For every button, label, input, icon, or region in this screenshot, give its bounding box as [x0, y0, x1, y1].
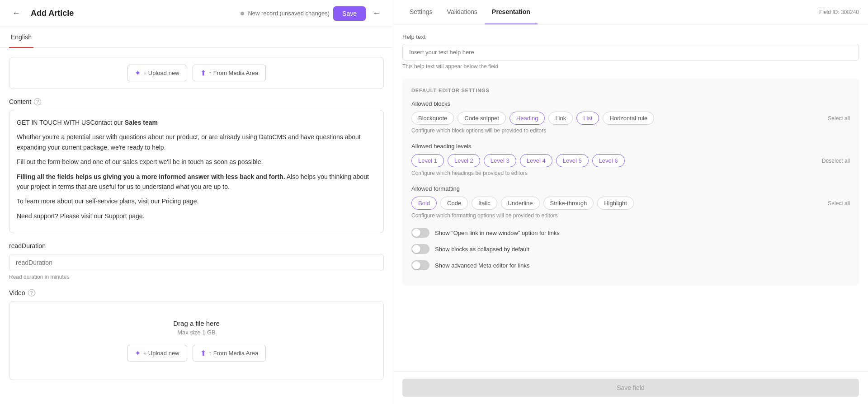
arrow-button[interactable]: ← [369, 6, 384, 21]
from-media-button-top[interactable]: ⬆ ↑ From Media Area [193, 65, 266, 81]
save-field-button[interactable]: Save field [402, 379, 859, 397]
chip-level6[interactable]: Level 6 [592, 154, 625, 167]
tab-validations[interactable]: Validations [440, 0, 485, 24]
video-upload-icon: ✦ [135, 349, 141, 357]
toggle-open-link-label: Show "Open link in new window" option fo… [435, 230, 560, 236]
settings-title: DEFAULT EDITOR SETTINGS [411, 88, 850, 93]
upload-new-label-top: + Upload new [143, 70, 179, 76]
drag-subtitle: Max size 1 GB [17, 329, 376, 336]
upload-section: ✦ + Upload new ⬆ ↑ From Media Area [9, 57, 384, 89]
allowed-formatting-chips: Bold Code Italic Underline Strike-throug… [411, 197, 850, 210]
content-help-icon[interactable]: ? [34, 98, 41, 105]
allowed-blocks-group: Allowed blocks Blockquote Code snippet H… [411, 100, 850, 134]
video-upload-area: Drag a file here Max size 1 GB ✦ + Uploa… [9, 301, 384, 380]
content-area: ✦ + Upload new ⬆ ↑ From Media Area Conte… [0, 48, 393, 404]
left-panel: ← Add Article New record (unsaved change… [0, 0, 393, 404]
video-media-icon: ⬆ [200, 349, 206, 357]
chip-level2[interactable]: Level 2 [448, 154, 480, 167]
help-text-label: Help text [402, 33, 859, 40]
chip-list[interactable]: List [576, 112, 599, 125]
page-title: Add Article [31, 9, 74, 18]
toggle-open-link: Show "Open link in new window" option fo… [411, 228, 850, 238]
status-text: New record (unsaved changes) [248, 10, 330, 17]
save-button[interactable]: Save [333, 6, 366, 21]
pricing-link[interactable]: Pricing page [162, 197, 197, 205]
chip-heading[interactable]: Heading [509, 112, 545, 125]
content-para3: Filling all the fields helps us giving y… [17, 172, 376, 192]
allowed-formatting-hint: Configure which formatting options will … [411, 212, 850, 219]
video-label: Video ? [9, 289, 384, 296]
video-from-media-label: ↑ From Media Area [209, 350, 259, 357]
chip-highlight[interactable]: Highlight [597, 197, 634, 210]
select-all-formatting[interactable]: Select all [828, 200, 850, 207]
toggle-blocks-collapsed-switch[interactable] [411, 244, 429, 254]
read-duration-input[interactable] [9, 254, 384, 271]
video-help-icon[interactable]: ? [28, 289, 35, 296]
help-text-section: Help text This help text will appear bel… [402, 33, 859, 70]
allowed-blocks-label: Allowed blocks [411, 100, 850, 107]
toggle-advanced-meta-label: Show advanced Meta editor for links [435, 262, 530, 269]
upload-new-button-top[interactable]: ✦ + Upload new [127, 65, 187, 81]
allowed-blocks-hint: Configure which block options will be pr… [411, 127, 850, 134]
video-from-media-button[interactable]: ⬆ ↑ From Media Area [193, 345, 266, 362]
read-duration-section: readDuration Read duration in minutes [9, 242, 384, 280]
content-intro: GET IN TOUCH WITH USContact our Sales te… [17, 117, 376, 127]
toggle-blocks-collapsed-label: Show blocks as collapsed by default [435, 246, 529, 253]
field-id: Field ID: 308240 [819, 9, 859, 15]
chip-underline[interactable]: Underline [501, 197, 540, 210]
chip-level5[interactable]: Level 5 [556, 154, 589, 167]
default-editor-settings: DEFAULT EDITOR SETTINGS Allowed blocks B… [402, 79, 859, 286]
right-panel: Settings Validations Presentation Field … [393, 0, 868, 404]
tab-presentation[interactable]: Presentation [485, 0, 538, 24]
chip-code[interactable]: Code [440, 197, 468, 210]
video-upload-new-label: + Upload new [143, 350, 179, 357]
video-upload-buttons: ✦ + Upload new ⬆ ↑ From Media Area [17, 345, 376, 362]
support-link[interactable]: Support page [105, 212, 143, 220]
upload-icon: ✦ [135, 69, 141, 77]
drag-title: Drag a file here [17, 319, 376, 327]
allowed-headings-group: Allowed heading levels Level 1 Level 2 L… [411, 143, 850, 176]
chip-strike-through[interactable]: Strike-through [543, 197, 594, 210]
deselect-all-headings[interactable]: Deselect all [822, 158, 850, 164]
help-text-hint: This help text will appear below the fie… [402, 63, 859, 70]
content-para5: Need support? Please visit our Support p… [17, 211, 376, 221]
content-label: Content ? [9, 98, 384, 105]
chip-level3[interactable]: Level 3 [484, 154, 516, 167]
chip-blockquote[interactable]: Blockquote [411, 112, 454, 125]
right-tabs: Settings Validations Presentation Field … [393, 0, 868, 24]
english-tab[interactable]: English [9, 27, 33, 48]
chip-bold[interactable]: Bold [411, 197, 437, 210]
content-editor[interactable]: GET IN TOUCH WITH USContact our Sales te… [9, 110, 384, 233]
chip-horizontal-rule[interactable]: Horizontal rule [603, 112, 654, 125]
allowed-headings-chips: Level 1 Level 2 Level 3 Level 4 Level 5 … [411, 154, 850, 167]
chip-level1[interactable]: Level 1 [411, 154, 444, 167]
content-para2: Fill out the form below and one of our s… [17, 157, 376, 167]
toggle-open-link-switch[interactable] [411, 228, 429, 238]
video-upload-new-button[interactable]: ✦ + Upload new [127, 345, 187, 362]
select-all-blocks[interactable]: Select all [828, 115, 850, 122]
tab-settings[interactable]: Settings [402, 0, 440, 24]
video-section: Video ? Drag a file here Max size 1 GB ✦… [9, 289, 384, 380]
allowed-headings-label: Allowed heading levels [411, 143, 850, 150]
content-para4: To learn more about our self-service pla… [17, 196, 376, 206]
status-dot [241, 12, 244, 15]
media-icon-top: ⬆ [200, 69, 206, 77]
toggle-open-link-knob [412, 229, 420, 237]
allowed-formatting-group: Allowed formatting Bold Code Italic Unde… [411, 185, 850, 219]
chip-level4[interactable]: Level 4 [520, 154, 552, 167]
back-button[interactable]: ← [9, 6, 24, 21]
chip-code-snippet[interactable]: Code snippet [458, 112, 506, 125]
toggle-advanced-meta-switch[interactable] [411, 260, 429, 270]
toggle-advanced-meta-knob [412, 261, 420, 269]
chip-link[interactable]: Link [548, 112, 573, 125]
from-media-label-top: ↑ From Media Area [209, 70, 259, 76]
chip-italic[interactable]: Italic [472, 197, 497, 210]
read-duration-hint: Read duration in minutes [9, 274, 384, 280]
save-field-row: Save field [393, 371, 868, 404]
right-content: Help text This help text will appear bel… [393, 24, 868, 371]
read-duration-label: readDuration [9, 242, 384, 249]
content-para1: Whether you're a potential user with que… [17, 132, 376, 152]
toggle-advanced-meta: Show advanced Meta editor for links [411, 260, 850, 270]
allowed-blocks-chips: Blockquote Code snippet Heading Link Lis… [411, 112, 850, 125]
help-text-input[interactable] [402, 44, 859, 61]
